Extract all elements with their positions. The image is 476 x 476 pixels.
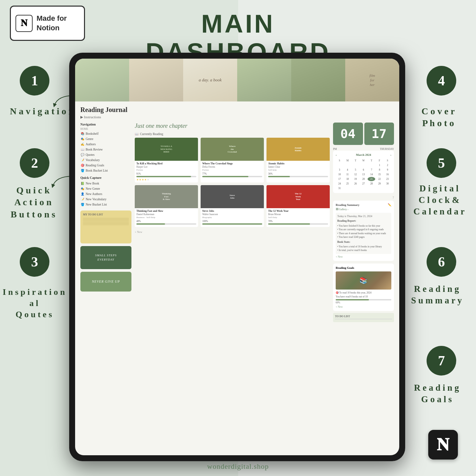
- book-author-4: Daniel Kahneman: [136, 213, 196, 216]
- todo-bottom-divider: [335, 319, 392, 319]
- book-title-2: Where The Crawdad Sings: [202, 162, 262, 165]
- book-progress-text-6: 70%: [268, 220, 328, 223]
- goal-progress-fill: [336, 299, 369, 300]
- book-card-2[interactable]: WheretheCrawdad Where The Crawdad Sings …: [201, 138, 264, 182]
- quick-new-genre[interactable]: 🎭 New Genre: [80, 186, 131, 191]
- book-progress-text-1: 91%: [136, 172, 196, 175]
- authors-icon: ✍️: [80, 142, 84, 146]
- notion-badge-text: Made for Notion: [37, 14, 67, 33]
- clock-day: THURSDAY: [380, 148, 394, 151]
- todo-line-4: [83, 222, 129, 222]
- cover-photos: a day. a book filmforher: [75, 59, 399, 101]
- sidebar-item-bucket-list[interactable]: 🪣 Book Bucket List: [80, 168, 131, 173]
- label-inspirational: I n s p i r a t i o n a lQ o u t e s: [2, 287, 66, 320]
- report-date: Today is Thursday, Mar 21, 2024: [337, 214, 390, 218]
- todo-line-2: [83, 219, 129, 220]
- cover-photo-6: filmforher: [345, 59, 399, 101]
- right-panel: 04 17 PM THURSDAY ‹ March 2024 ›: [333, 123, 394, 452]
- book-progress-text-2: 77%: [202, 172, 262, 175]
- book-genre-5: Biography: [202, 216, 262, 219]
- book-info-5: Steve Jobs Walter Isaacson Biography 100…: [201, 208, 264, 227]
- reading-summary-title: Reading Summary ✏️: [336, 203, 391, 207]
- main-content: Just one more chapter 📖 Currently Readin…: [135, 123, 330, 452]
- cover-photo-2: [129, 59, 183, 101]
- label-reading-summary: R e a d i n gS u m m a r y: [402, 283, 471, 306]
- calendar-grid: S M T W T F S: [336, 158, 391, 190]
- book-cover-3: AtomicHabits: [266, 138, 330, 161]
- sidebar-item-vocabulary[interactable]: 📝 Vocabulary: [80, 157, 131, 163]
- small-steps-text: SMALL STEPSEVERYDAY: [95, 253, 117, 262]
- goal-progress-text: You have read 6 books out of 10: [336, 295, 391, 298]
- two-col-layout: Navigation HOME 📚 Bookshelf 🎭 Genre ✍️ A…: [80, 123, 394, 452]
- gallery-label[interactable]: 🖼 Gallery ›: [336, 208, 391, 211]
- quick-new-vocabulary[interactable]: 📝 New Vocabulary: [80, 197, 131, 202]
- cal-next[interactable]: ›: [390, 153, 391, 156]
- quick-new-authors[interactable]: 👤 New Authors: [80, 191, 131, 197]
- book-card-6[interactable]: The 12WeekYear The 12 Week Year Brian Mo…: [266, 185, 330, 227]
- label-quick-action: Q u i c kA c t i o nB u t t o n s: [3, 184, 63, 220]
- book-cover-4: ThinkingFast& Slow: [135, 185, 198, 208]
- small-steps-widget: SMALL STEPSEVERYDAY: [80, 246, 131, 269]
- screen-content: Reading Journal ▶ Instructions Navigatio…: [75, 101, 399, 455]
- sidebar-nav-title: Navigation: [80, 123, 131, 126]
- ipad-screen: a day. a book filmforher Reading Journal…: [75, 59, 399, 455]
- book-genre-1: Fiction: [136, 169, 196, 171]
- goal-description: 🎯 To read 10 books this year, 2024: [336, 291, 391, 294]
- book-progress-fill-1: [136, 176, 191, 177]
- reading-goals-widget: Reading Goals 📚 🎯 To read 10 books this …: [333, 264, 394, 311]
- todo-line-3: [83, 221, 129, 221]
- cal-prev[interactable]: ‹: [336, 153, 337, 156]
- book-progress-bar-5: [202, 223, 262, 225]
- book-progress-fill-5: [202, 223, 262, 225]
- todo-bottom-title: TO DO LIST: [335, 315, 392, 318]
- reading-goals-title: Reading Goals: [336, 266, 391, 269]
- label-cover-photo: C o v e rP h o t o: [407, 105, 469, 129]
- book-card-1[interactable]: TO KILL AMOCKINGBIRD To Kill a Mocking B…: [135, 138, 198, 182]
- sidebar-item-quotes[interactable]: 💬 Quotes: [80, 152, 131, 157]
- goals-new-button[interactable]: + New: [336, 305, 391, 308]
- todo-line-6: [83, 225, 129, 225]
- goal-image: 📚: [336, 271, 391, 290]
- quick-new-book[interactable]: 📗 New Book: [80, 181, 131, 186]
- sidebar-item-genre[interactable]: 🎭 Genre: [80, 136, 131, 142]
- book-card-4[interactable]: ThinkingFast& Slow Thinking Fast and Slo…: [135, 185, 198, 227]
- bucket-icon: 🪣: [80, 169, 84, 173]
- sidebar-item-reading-goals[interactable]: 🎯 Reading Goals: [80, 163, 131, 168]
- reading-report-block: Today is Thursday, Mar 21, 2024 Reading …: [336, 213, 391, 254]
- summary-edit-icon[interactable]: ✏️: [388, 203, 391, 207]
- star-rating-1: ★★★★★: [136, 178, 196, 181]
- instructions-row[interactable]: ▶ Instructions: [80, 115, 394, 119]
- todo-widget: MY TO DO LIST: [80, 210, 131, 243]
- sidebar-item-authors[interactable]: ✍️ Authors: [80, 142, 131, 147]
- number-1-circle: 1: [20, 66, 49, 96]
- bookshelf-icon: 📚: [80, 132, 84, 136]
- book-progress-bar-1: [136, 176, 196, 177]
- new-book-button[interactable]: + New: [135, 230, 330, 234]
- sidebar-item-book-review[interactable]: 📖 Book Review: [80, 147, 131, 152]
- quick-new-bucket[interactable]: 🪣 New Bucket List: [80, 202, 131, 207]
- book-author-5: Walter Isaacson: [202, 213, 262, 216]
- reading-goals-icon: 🎯: [80, 163, 84, 167]
- book-author-1: Harper Lee: [136, 165, 196, 168]
- book-progress-fill-3: [268, 176, 290, 177]
- book-progress-bar-6: [268, 223, 328, 225]
- book-info-4: Thinking Fast and Slow Daniel Kahneman B…: [135, 208, 198, 227]
- book-card-3[interactable]: AtomicHabits Atomic Habits James Clear S…: [266, 138, 330, 182]
- summary-new-button[interactable]: + New: [336, 255, 391, 258]
- report-item-2: • You are currently engaged in 6 ongoing…: [337, 228, 390, 231]
- book-author-2: Delia Owens: [202, 165, 262, 168]
- book-title-4: Thinking Fast and Slow: [136, 210, 196, 212]
- book-progress-bar-4: [136, 223, 196, 225]
- cover-photo-4: [237, 59, 291, 101]
- todo-line-5: [83, 223, 129, 224]
- goal-progress-bar: [336, 299, 391, 300]
- book-card-5[interactable]: SteveJobs Steve Jobs Walter Isaacson Bio…: [201, 185, 264, 227]
- genre-icon: 🎭: [80, 137, 84, 141]
- number-4-circle: 4: [427, 66, 456, 96]
- book-info-3: Atomic Habits James Clear Self-help 36%: [266, 161, 330, 180]
- calendar-help[interactable]: ?: [333, 196, 394, 199]
- book-progress-text-4: 48%: [136, 220, 196, 223]
- sidebar-item-bookshelf[interactable]: 📚 Bookshelf: [80, 131, 131, 136]
- number-2-circle: 2: [20, 148, 49, 178]
- report-item-4: • You have read 3240 pages: [337, 235, 390, 239]
